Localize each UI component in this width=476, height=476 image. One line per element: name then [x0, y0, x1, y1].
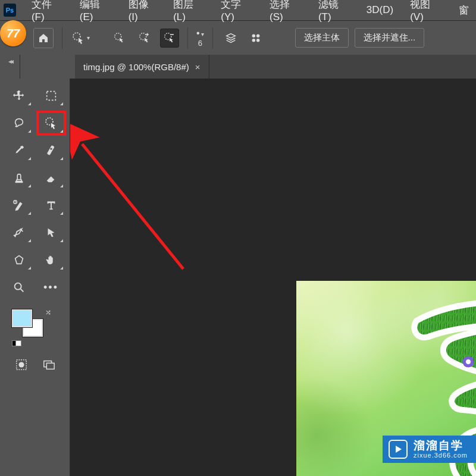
- menu-layer[interactable]: 图层(L): [166, 0, 211, 26]
- foreground-color-swatch[interactable]: [12, 309, 32, 327]
- svg-rect-11: [15, 181, 23, 183]
- document-tab[interactable]: timg.jpg @ 100%(RGB/8#) ×: [75, 55, 209, 79]
- menu-select[interactable]: 选择(S): [262, 0, 309, 26]
- watermark-logo-icon: [389, 440, 408, 459]
- menu-window[interactable]: 窗: [452, 1, 476, 20]
- swap-colors-icon[interactable]: ⤭: [45, 308, 51, 317]
- hand-tool[interactable]: [37, 249, 65, 271]
- shape-tool[interactable]: [5, 249, 33, 271]
- add-selection-mode[interactable]: [135, 29, 154, 48]
- eyedropper-tool[interactable]: [5, 139, 33, 162]
- new-selection-mode[interactable]: [110, 29, 129, 48]
- menu-view[interactable]: 视图(V): [403, 0, 449, 26]
- brush-size-value: 6: [198, 39, 202, 48]
- watermark-title: 溜溜自学: [414, 439, 468, 452]
- new-selection-icon: [113, 32, 126, 45]
- svg-point-5: [256, 34, 260, 37]
- menu-file[interactable]: 文件(F): [24, 0, 70, 26]
- toolbox: ••• ⤭: [0, 79, 70, 476]
- history-brush-tool[interactable]: [5, 194, 33, 217]
- main-area: ••• ⤭: [0, 79, 476, 476]
- svg-marker-13: [15, 256, 23, 264]
- panel-collapse-button[interactable]: ◂◂: [0, 55, 20, 79]
- clone-stamp-tool[interactable]: [5, 167, 33, 189]
- canvas-area[interactable]: 溜溜自学 zixue.3d66.com: [70, 79, 476, 476]
- document-tabs: ◂◂ timg.jpg @ 100%(RGB/8#) ×: [0, 55, 476, 79]
- eraser-tool[interactable]: [37, 167, 65, 189]
- lasso-tool[interactable]: [5, 112, 33, 134]
- menu-type[interactable]: 文字(Y): [214, 0, 260, 26]
- watermark: 溜溜自学 zixue.3d66.com: [383, 436, 476, 463]
- move-tool[interactable]: [5, 84, 33, 107]
- flower-icon: [462, 355, 475, 368]
- ps-logo: Ps: [4, 4, 16, 17]
- svg-point-14: [14, 283, 21, 290]
- pen-tool[interactable]: [5, 221, 33, 244]
- quick-selection-icon: [71, 31, 86, 45]
- svg-rect-18: [46, 363, 54, 369]
- healing-brush-tool[interactable]: [37, 139, 65, 162]
- svg-line-20: [82, 144, 183, 269]
- brush-size-control[interactable]: •▾ 6: [196, 28, 204, 48]
- default-colors-icon[interactable]: [12, 338, 21, 347]
- path-selection-tool[interactable]: [37, 221, 65, 244]
- menu-edit[interactable]: 编辑(E): [73, 0, 119, 26]
- separator: [187, 27, 188, 49]
- chevron-down-icon: ▾: [87, 35, 90, 41]
- edit-toolbar-button[interactable]: •••: [37, 276, 65, 299]
- marquee-tool[interactable]: [37, 84, 65, 107]
- menu-image[interactable]: 图像(I): [121, 0, 164, 26]
- svg-point-4: [252, 34, 255, 37]
- svg-point-16: [18, 362, 24, 367]
- screenmode-button[interactable]: [42, 358, 55, 374]
- collapse-icon: ◂◂: [8, 57, 12, 65]
- svg-rect-10: [46, 145, 54, 155]
- close-tab-button[interactable]: ×: [195, 62, 201, 72]
- auto-enhance-icon[interactable]: [246, 29, 265, 48]
- watermark-url: zixue.3d66.com: [414, 452, 468, 459]
- quickmask-button[interactable]: [15, 358, 28, 374]
- svg-point-7: [256, 38, 260, 42]
- color-swatches[interactable]: ⤭: [12, 309, 48, 340]
- current-tool-icon[interactable]: ▾: [71, 29, 90, 48]
- separator: [62, 27, 62, 49]
- svg-point-6: [252, 38, 255, 42]
- home-button[interactable]: [33, 28, 54, 48]
- svg-rect-8: [46, 92, 55, 101]
- select-subject-button[interactable]: 选择主体: [295, 28, 349, 48]
- menu-filter[interactable]: 滤镜(T): [311, 0, 357, 26]
- quick-selection-tool[interactable]: [37, 112, 65, 134]
- zoom-tool[interactable]: [5, 276, 33, 299]
- subtract-selection-mode[interactable]: [160, 29, 179, 48]
- menu-bar: Ps 文件(F) 编辑(E) 图像(I) 图层(L) 文字(Y) 选择(S) 滤…: [0, 0, 476, 20]
- document-tab-title: timg.jpg @ 100%(RGB/8#): [83, 62, 189, 72]
- subtract-selection-icon: [163, 32, 176, 45]
- add-selection-icon: [138, 32, 151, 45]
- select-and-mask-button[interactable]: 选择并遮住...: [355, 28, 425, 48]
- sample-all-layers-icon[interactable]: [221, 29, 240, 48]
- separator: [212, 27, 213, 49]
- annotation-badge: 77: [0, 20, 26, 46]
- menu-3d[interactable]: 3D(D): [359, 1, 400, 19]
- home-icon: [37, 32, 49, 44]
- type-tool[interactable]: [37, 194, 65, 217]
